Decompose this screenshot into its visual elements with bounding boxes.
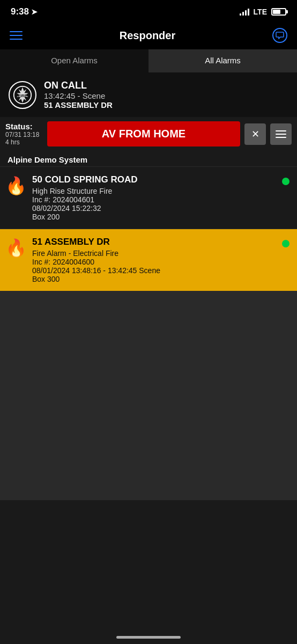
alarm-type-1: High Rise Structure Fire (32, 187, 277, 195)
time-display: 9:38 (11, 6, 29, 17)
on-call-info: ON CALL 13:42:45 - Scene 51 ASSEMBLY DR (44, 80, 113, 109)
status-bar: 9:38 ➤ LTE (0, 0, 297, 21)
fire-badge-icon: FIRE (9, 81, 36, 109)
battery-icon (271, 8, 286, 16)
hamburger-menu-button[interactable] (10, 31, 23, 40)
alarm-box-1: Box 200 (32, 213, 277, 221)
signal-icon (240, 8, 249, 16)
tab-open-alarms[interactable]: Open Alarms (0, 49, 148, 72)
status-time: 9:38 ➤ (11, 6, 38, 17)
status-label-block: Status: 07/31 13:18 4 hrs (5, 122, 43, 146)
tab-bar: Open Alarms All Alarms (0, 49, 297, 72)
home-indicator (116, 636, 181, 639)
app-header: Responder (0, 21, 297, 49)
system-label: Alpine Demo System (0, 151, 297, 166)
flame-icon-2: 🔥 (5, 238, 27, 258)
on-call-label: ON CALL (44, 80, 113, 91)
chat-bubble-svg (276, 32, 284, 39)
status-row: Status: 07/31 13:18 4 hrs AV FROM HOME ✕ (0, 117, 297, 151)
status-right: LTE (240, 8, 286, 16)
alarm-details-2: 51 ASSEMBLY DR Fire Alarm - Electrical F… (32, 237, 277, 283)
flame-icon-1: 🔥 (5, 175, 27, 196)
av-from-home-button[interactable]: AV FROM HOME (47, 121, 240, 147)
status-date: 07/31 13:18 (5, 131, 43, 138)
chat-icon[interactable] (272, 28, 287, 43)
svg-text:FIRE: FIRE (18, 93, 27, 98)
alarm-inc-2: Inc #: 2024004600 (32, 258, 277, 266)
overflow-menu-button[interactable] (270, 123, 292, 145)
alarm-type-2: Fire Alarm - Electrical Fire (32, 249, 277, 258)
tab-all-alarms[interactable]: All Alarms (148, 49, 297, 72)
alarm-address-1: 50 COLD SPRING ROAD (32, 174, 277, 185)
close-button[interactable]: ✕ (244, 123, 266, 145)
alarm-datetime-2: 08/01/2024 13:48:16 - 13:42:45 Scene (32, 266, 277, 275)
alarm-datetime-1: 08/02/2024 15:22:32 (32, 204, 277, 213)
alarm-box-2: Box 300 (32, 275, 277, 283)
location-arrow-icon: ➤ (31, 8, 38, 16)
alarm-card-1[interactable]: 🔥 50 COLD SPRING ROAD High Rise Structur… (0, 166, 297, 229)
status-duration: 4 hrs (5, 138, 43, 146)
on-call-address: 51 ASSEMBLY DR (44, 100, 113, 109)
on-call-banner: FIRE ON CALL 13:42:45 - Scene 51 ASSEMBL… (0, 72, 297, 117)
bottom-area (0, 291, 297, 500)
app-title: Responder (120, 30, 175, 42)
on-call-time: 13:42:45 - Scene (44, 91, 113, 100)
lte-label: LTE (254, 8, 267, 16)
alarm-indicator-2 (282, 240, 289, 247)
alarm-indicator-1 (282, 178, 289, 185)
alarm-inc-1: Inc #: 2024004601 (32, 195, 277, 204)
status-label: Status: (5, 122, 43, 131)
alarm-details-1: 50 COLD SPRING ROAD High Rise Structure … (32, 174, 277, 221)
alarm-address-2: 51 ASSEMBLY DR (32, 237, 277, 247)
alarm-card-2[interactable]: 🔥 51 ASSEMBLY DR Fire Alarm - Electrical… (0, 229, 297, 291)
